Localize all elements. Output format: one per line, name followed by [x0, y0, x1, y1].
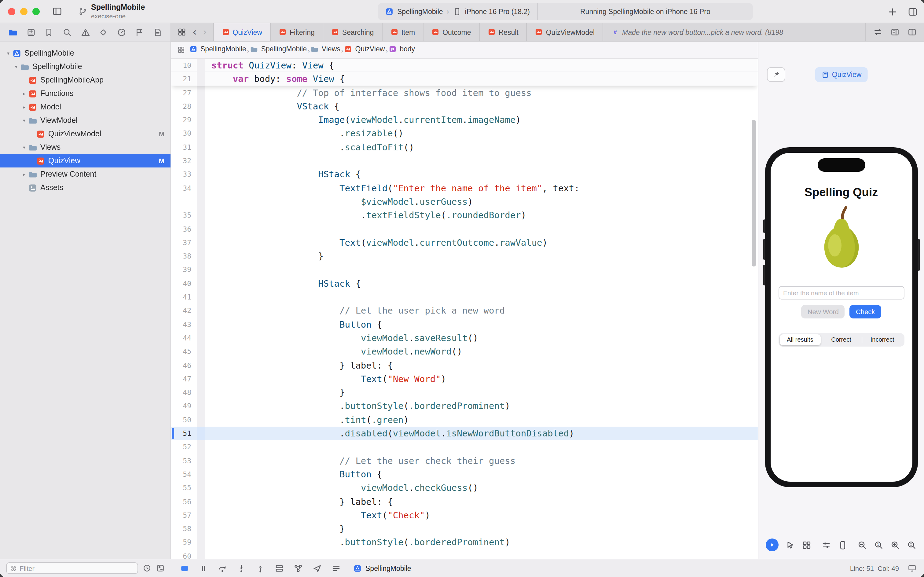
- sidebar-item-functions[interactable]: ▸Functions: [0, 87, 171, 100]
- code-line[interactable]: 55 viewModel.checkGuess(): [171, 481, 758, 495]
- new-word-button[interactable]: New Word: [802, 305, 845, 318]
- sidebar-item-assets[interactable]: Assets: [0, 181, 171, 194]
- filter-field[interactable]: [6, 562, 138, 574]
- code-line[interactable]: 31 .scaledToFit(): [171, 140, 758, 154]
- memory-graph-icon[interactable]: [293, 563, 303, 573]
- segment-correct[interactable]: Correct: [821, 334, 862, 345]
- minimize-window-button[interactable]: [20, 8, 27, 15]
- disclosure-icon[interactable]: ▸: [21, 104, 27, 110]
- orientation-icon[interactable]: [838, 540, 848, 550]
- code-line[interactable]: 39: [171, 263, 758, 277]
- preview-target-chip[interactable]: QuizView: [815, 67, 868, 82]
- code-line[interactable]: 58 }: [171, 522, 758, 536]
- sidebar-item-model[interactable]: ▸Model: [0, 100, 171, 114]
- disclosure-icon[interactable]: ▾: [13, 64, 19, 69]
- disclosure-icon[interactable]: ▸: [21, 91, 27, 96]
- editor-layout-icon[interactable]: [908, 6, 918, 17]
- breadcrumb-spellingmobile[interactable]: SpellingMobile: [250, 45, 307, 53]
- sidebar-toggle-icon[interactable]: [52, 6, 62, 16]
- code-line[interactable]: 49 .buttonStyle(.borderedProminent): [171, 400, 758, 413]
- tab-made-the-new-word-button-pick-a-new-word[interactable]: #Made the new word button...pick a new w…: [602, 23, 865, 41]
- zoom-actual-size-icon[interactable]: 1: [874, 540, 884, 550]
- code-line[interactable]: 36: [171, 222, 758, 236]
- navigator-find-icon[interactable]: [62, 27, 72, 37]
- simulate-location-icon[interactable]: [312, 563, 322, 573]
- step-out-icon[interactable]: [256, 563, 265, 573]
- check-button[interactable]: Check: [850, 305, 881, 318]
- step-into-icon[interactable]: [237, 563, 246, 573]
- code-line[interactable]: 29 Image(viewModel.currentItem.imageName…: [171, 113, 758, 127]
- code-line[interactable]: 54 Button {: [171, 467, 758, 481]
- zoom-out-icon[interactable]: [857, 540, 867, 550]
- recent-files-icon[interactable]: [142, 564, 151, 573]
- item-name-input[interactable]: [778, 286, 904, 300]
- code-line[interactable]: 52: [171, 440, 758, 454]
- code-line[interactable]: 32: [171, 154, 758, 168]
- zoom-in-icon[interactable]: [890, 540, 900, 550]
- code-line[interactable]: 34 TextField("Enter the name of the item…: [171, 181, 758, 195]
- selectable-mode-icon[interactable]: [785, 540, 795, 550]
- disclosure-icon[interactable]: ▾: [5, 50, 11, 56]
- tab-quizview[interactable]: QuizView: [213, 23, 270, 41]
- minimap-options-icon[interactable]: [890, 27, 900, 37]
- scheme-target[interactable]: SpellingMobile › iPhone 16 Pro (18.2): [378, 3, 537, 20]
- code-line[interactable]: 33 HStack {: [171, 168, 758, 182]
- segment-incorrect[interactable]: Incorrect: [862, 334, 903, 345]
- pause-icon[interactable]: [199, 563, 208, 573]
- sidebar-item-quizviewmodel[interactable]: QuizViewModelM: [0, 127, 171, 140]
- navigator-issues-icon[interactable]: [80, 27, 90, 37]
- code-line[interactable]: 35 .textFieldStyle(.roundedBorder): [171, 209, 758, 222]
- code-line[interactable]: 46 } label: {: [171, 358, 758, 372]
- sticky-code-line[interactable]: 21 var body: some View {: [171, 73, 758, 86]
- tab-item[interactable]: Item: [382, 23, 423, 41]
- code-line[interactable]: 57 Text("Check"): [171, 509, 758, 522]
- sidebar-item-viewmodel[interactable]: ▾ViewModel: [0, 114, 171, 127]
- code-line[interactable]: $viewModel.userGuess): [171, 195, 758, 209]
- sidebar-item-preview-content[interactable]: ▸Preview Content: [0, 168, 171, 181]
- code-line[interactable]: 53 // Let the user check their guess: [171, 454, 758, 467]
- sidebar-item-spellingmobileapp[interactable]: SpellingMobileApp: [0, 73, 171, 87]
- editor-overview-icon[interactable]: [177, 27, 187, 37]
- navigator-project-icon[interactable]: [8, 27, 18, 37]
- close-window-button[interactable]: [8, 8, 15, 15]
- sidebar-item-spellingmobile[interactable]: ▾SpellingMobile: [0, 47, 171, 60]
- related-items-icon[interactable]: [177, 46, 185, 54]
- code-line[interactable]: 38 }: [171, 249, 758, 263]
- breadcrumb-body[interactable]: Pbody: [389, 45, 415, 53]
- scheme-selector[interactable]: SpellingMobile › iPhone 16 Pro (18.2) Ru…: [378, 3, 753, 20]
- code-line[interactable]: 42 // Let the user pick a new word: [171, 304, 758, 318]
- editor-scrollbar[interactable]: [752, 120, 756, 266]
- forward-icon[interactable]: ›: [203, 27, 207, 37]
- navigator-tests-icon[interactable]: [98, 27, 108, 37]
- code-line[interactable]: 50 .tint(.green): [171, 413, 758, 427]
- navigator-source-control-icon[interactable]: [26, 27, 36, 37]
- code-line[interactable]: 41: [171, 290, 758, 304]
- pin-preview-button[interactable]: [767, 67, 785, 82]
- code-line[interactable]: 48 }: [171, 386, 758, 400]
- variants-icon[interactable]: [802, 540, 811, 550]
- tab-filtering[interactable]: Filtering: [270, 23, 323, 41]
- navigator-debug-icon[interactable]: [117, 27, 127, 37]
- filter-input[interactable]: [19, 564, 134, 572]
- running-app-badge[interactable]: SpellingMobile: [353, 564, 411, 572]
- breadcrumb-views[interactable]: Views: [311, 45, 340, 53]
- breadcrumb-spellingmobile[interactable]: SpellingMobile: [190, 45, 246, 53]
- code-line[interactable]: 37 Text(viewModel.currentOutcome.rawValu…: [171, 236, 758, 250]
- sticky-code-line[interactable]: 10struct QuizView: View {: [171, 59, 758, 73]
- disclosure-icon[interactable]: ▸: [21, 171, 27, 177]
- zoom-fit-icon[interactable]: [907, 540, 917, 550]
- segment-all-results[interactable]: All results: [779, 334, 821, 345]
- breakpoints-toggle-icon[interactable]: [180, 563, 190, 573]
- tab-outcome[interactable]: Outcome: [423, 23, 479, 41]
- live-preview-play-button[interactable]: [766, 538, 779, 551]
- source-control-status-icon[interactable]: [156, 564, 165, 573]
- code-line[interactable]: 60: [171, 549, 758, 559]
- code-line[interactable]: 47 Text("New Word"): [171, 372, 758, 386]
- disclosure-icon[interactable]: ▾: [21, 145, 27, 150]
- code-line[interactable]: 28 VStack {: [171, 100, 758, 113]
- code-line[interactable]: 30 .resizable(): [171, 127, 758, 140]
- zoom-window-button[interactable]: [32, 8, 40, 15]
- navigator-breakpoints-icon[interactable]: [135, 27, 145, 37]
- stack-frames-icon[interactable]: [331, 563, 341, 573]
- new-tab-button[interactable]: [887, 6, 898, 17]
